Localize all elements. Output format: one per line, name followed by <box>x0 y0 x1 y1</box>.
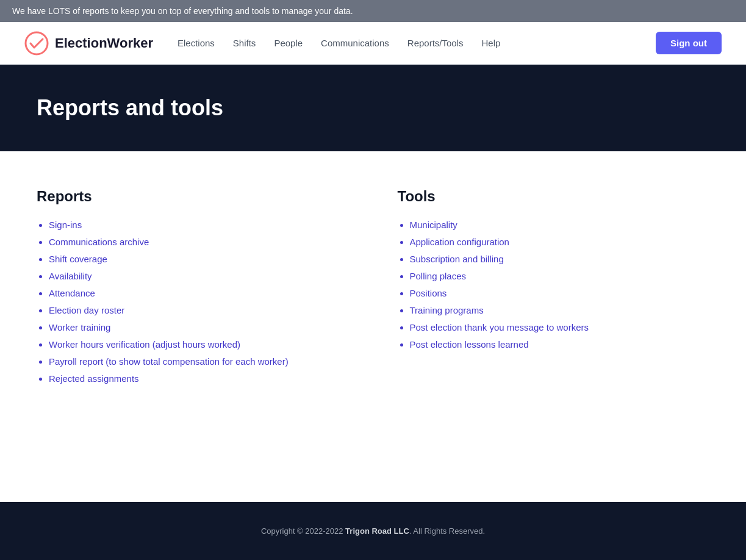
list-item: Payroll report (to show total compensati… <box>49 356 349 367</box>
report-attendance[interactable]: Attendance <box>49 288 95 298</box>
report-worker-training[interactable]: Worker training <box>49 322 110 332</box>
report-communications-archive[interactable]: Communications archive <box>49 237 149 247</box>
report-sign-ins[interactable]: Sign-ins <box>49 220 82 230</box>
list-item: Subscription and billing <box>410 254 710 265</box>
list-item: Training programs <box>410 305 710 316</box>
tools-list: Municipality Application configuration S… <box>398 220 710 350</box>
report-availability[interactable]: Availability <box>49 271 92 281</box>
reports-section: Reports Sign-ins Communications archive … <box>37 188 349 384</box>
sign-out-button[interactable]: Sign out <box>656 32 722 54</box>
report-shift-coverage[interactable]: Shift coverage <box>49 254 107 264</box>
tool-positions[interactable]: Positions <box>410 288 447 298</box>
hero-section: Reports and tools <box>0 65 746 151</box>
tool-app-config[interactable]: Application configuration <box>410 237 509 247</box>
list-item: Sign-ins <box>49 220 349 231</box>
list-item: Communications archive <box>49 237 349 248</box>
tools-section: Tools Municipality Application configura… <box>398 188 710 384</box>
logo-icon <box>24 31 49 56</box>
main-content: Reports Sign-ins Communications archive … <box>0 151 746 421</box>
reports-list: Sign-ins Communications archive Shift co… <box>37 220 349 384</box>
report-election-day-roster[interactable]: Election day roster <box>49 305 124 315</box>
list-item: Worker hours verification (adjust hours … <box>49 339 349 350</box>
footer-copyright-text: Copyright © 2022-2022 <box>261 526 345 536</box>
nav-reports-tools[interactable]: Reports/Tools <box>407 38 464 48</box>
report-payroll[interactable]: Payroll report (to show total compensati… <box>49 356 289 367</box>
navbar: ElectionWorker Elections Shifts People C… <box>0 22 746 65</box>
list-item: Post election thank you message to worke… <box>410 322 710 333</box>
list-item: Municipality <box>410 220 710 231</box>
list-item: Polling places <box>410 271 710 282</box>
tool-post-election-lessons[interactable]: Post election lessons learned <box>410 339 529 350</box>
logo-text: ElectionWorker <box>55 35 153 51</box>
list-item: Positions <box>410 288 710 299</box>
list-item: Availability <box>49 271 349 282</box>
nav-elections[interactable]: Elections <box>178 38 215 48</box>
banner-text: We have LOTS of reports to keep you on t… <box>12 6 353 16</box>
tools-title: Tools <box>398 188 710 205</box>
nav-links: Elections Shifts People Communications R… <box>178 38 656 48</box>
list-item: Application configuration <box>410 237 710 248</box>
report-worker-hours-verification[interactable]: Worker hours verification (adjust hours … <box>49 339 240 350</box>
nav-people[interactable]: People <box>274 38 303 48</box>
footer-company: Trigon Road LLC <box>345 526 409 536</box>
list-item: Post election lessons learned <box>410 339 710 350</box>
list-item: Election day roster <box>49 305 349 316</box>
list-item: Rejected assignments <box>49 373 349 384</box>
list-item: Attendance <box>49 288 349 299</box>
report-rejected-assignments[interactable]: Rejected assignments <box>49 373 139 384</box>
footer: Copyright © 2022-2022 Trigon Road LLC. A… <box>0 502 746 560</box>
list-item: Shift coverage <box>49 254 349 265</box>
nav-shifts[interactable]: Shifts <box>233 38 256 48</box>
list-item: Worker training <box>49 322 349 333</box>
nav-help[interactable]: Help <box>482 38 501 48</box>
tool-polling-places[interactable]: Polling places <box>410 271 467 281</box>
logo-link[interactable]: ElectionWorker <box>24 31 153 56</box>
page-title: Reports and tools <box>37 95 709 121</box>
footer-suffix: . All Rights Reserved. <box>409 526 485 536</box>
tool-training-programs[interactable]: Training programs <box>410 305 484 315</box>
tool-post-election-thank-you[interactable]: Post election thank you message to worke… <box>410 322 589 332</box>
reports-title: Reports <box>37 188 349 205</box>
tool-subscription-billing[interactable]: Subscription and billing <box>410 254 504 264</box>
tool-municipality[interactable]: Municipality <box>410 220 457 230</box>
top-banner: We have LOTS of reports to keep you on t… <box>0 0 746 22</box>
nav-communications[interactable]: Communications <box>321 38 389 48</box>
